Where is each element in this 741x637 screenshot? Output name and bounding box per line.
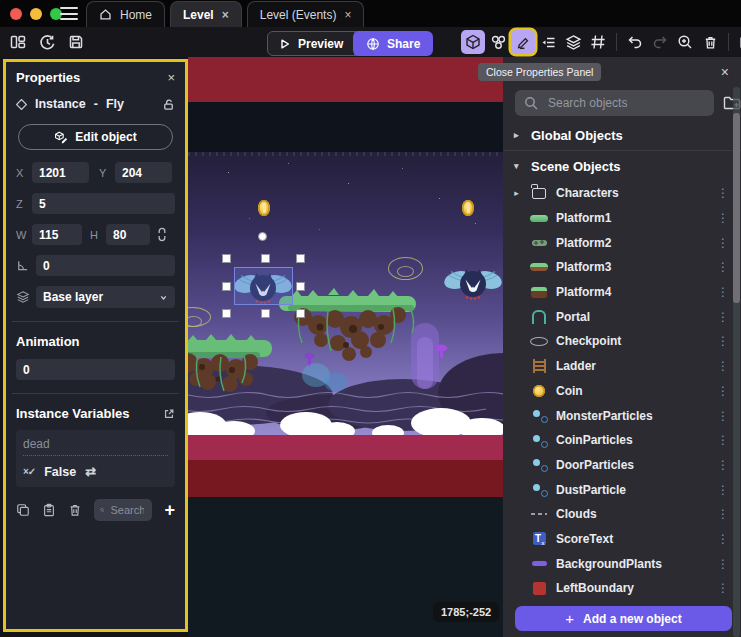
- width-input[interactable]: [32, 224, 82, 245]
- resize-handle-s[interactable]: [261, 309, 270, 318]
- object-thumbnail-icon: [529, 531, 549, 547]
- object-list-item[interactable]: Platform3: [503, 255, 741, 280]
- scene-editor-canvas[interactable]: 1785;-252: [188, 57, 503, 637]
- rotation-handle[interactable]: [258, 232, 267, 241]
- object-list-item[interactable]: Platform4: [503, 280, 741, 305]
- section-scene-objects[interactable]: Scene Objects: [503, 151, 741, 181]
- instances-list-button[interactable]: [536, 30, 560, 54]
- history-icon[interactable]: [38, 33, 56, 51]
- object-thumbnail-icon: [529, 210, 549, 226]
- object-label: DoorParticles: [556, 458, 634, 472]
- object-list-item[interactable]: BackgroundPlants: [503, 551, 741, 576]
- object-list: Characters Platform1 Platform2 Platform3…: [503, 181, 741, 625]
- resize-handle-n[interactable]: [261, 254, 270, 263]
- coin-sprite[interactable]: [258, 200, 270, 216]
- object-list-item[interactable]: Ladder: [503, 354, 741, 379]
- add-new-object-button[interactable]: Add a new object: [515, 606, 732, 631]
- object-list-item[interactable]: MonsterParticles: [503, 403, 741, 428]
- object-label: Platform2: [556, 236, 611, 250]
- delete-variable-icon[interactable]: [68, 503, 82, 517]
- layer-select[interactable]: Base layer: [36, 286, 175, 308]
- open-variables-editor-icon[interactable]: [163, 408, 175, 420]
- object-list-item[interactable]: DoorParticles: [503, 453, 741, 478]
- section-global-objects[interactable]: Global Objects: [503, 120, 741, 151]
- toggle-value-icon[interactable]: [85, 464, 96, 479]
- resize-handle-w[interactable]: [222, 282, 231, 291]
- zoom-in-button[interactable]: [673, 30, 697, 54]
- y-input[interactable]: [115, 162, 172, 183]
- grid-button[interactable]: [586, 30, 610, 54]
- tab-level[interactable]: Level: [170, 1, 242, 27]
- preview-button[interactable]: Preview: [268, 32, 354, 55]
- variable-row[interactable]: dead ×✓ False: [16, 430, 175, 487]
- object-list-item[interactable]: Clouds: [503, 502, 741, 527]
- object-list-item[interactable]: Platform1: [503, 206, 741, 231]
- object-list-item[interactable]: ScoreText: [503, 527, 741, 552]
- checkpoint-outline[interactable]: [388, 257, 423, 280]
- variable-search[interactable]: [94, 499, 152, 521]
- play-icon: [279, 38, 291, 50]
- object-list-item[interactable]: Coin: [503, 379, 741, 404]
- minimize-window-button[interactable]: [30, 8, 42, 20]
- main-menu-icon[interactable]: [60, 7, 78, 20]
- animation-input[interactable]: [16, 359, 175, 380]
- window-controls: [10, 8, 62, 20]
- tooltip: Close Properties Panel: [478, 63, 601, 81]
- height-input[interactable]: [106, 224, 150, 245]
- redo-button[interactable]: [648, 30, 672, 54]
- object-label: Platform1: [556, 211, 611, 225]
- object-list-item[interactable]: Characters: [503, 181, 741, 206]
- tab-home[interactable]: Home: [86, 1, 165, 27]
- z-input[interactable]: [32, 193, 175, 214]
- link-dimensions-icon[interactable]: [156, 227, 168, 242]
- close-tab-icon[interactable]: [344, 9, 351, 21]
- fly-instance[interactable]: [444, 266, 502, 302]
- tab-level-events[interactable]: Level (Events): [247, 1, 365, 27]
- scene-notes-button[interactable]: [735, 30, 741, 54]
- separator: -: [94, 97, 98, 111]
- angle-input[interactable]: [36, 255, 175, 276]
- delete-button[interactable]: [698, 30, 722, 54]
- object-list-item[interactable]: DustParticle: [503, 477, 741, 502]
- close-window-button[interactable]: [10, 8, 22, 20]
- copy-icon[interactable]: [16, 503, 30, 517]
- resize-handle-nw[interactable]: [222, 254, 231, 263]
- objects-search-input[interactable]: [546, 95, 705, 111]
- layout-panels-icon[interactable]: [9, 33, 27, 51]
- object-list-item[interactable]: LeftBoundary: [503, 576, 741, 601]
- edit-properties-button[interactable]: [511, 30, 535, 54]
- object-list-item[interactable]: CoinParticles: [503, 428, 741, 453]
- close-tab-icon[interactable]: [222, 9, 229, 21]
- close-objects-panel-icon[interactable]: [721, 64, 729, 80]
- object-thumbnail-icon: [529, 358, 549, 374]
- share-label: Share: [387, 37, 420, 51]
- layers-button[interactable]: [561, 30, 585, 54]
- variable-search-input[interactable]: [108, 503, 146, 517]
- unlock-icon[interactable]: [162, 98, 175, 111]
- paste-icon[interactable]: [42, 503, 56, 517]
- add-variable-button[interactable]: [164, 501, 175, 519]
- resize-handle-sw[interactable]: [222, 309, 231, 318]
- selection-rectangle[interactable]: [234, 267, 293, 305]
- scrollbar-thumb[interactable]: [733, 113, 740, 303]
- caret-icon: [511, 188, 522, 198]
- view-3d-button[interactable]: [461, 30, 485, 54]
- undo-button[interactable]: [623, 30, 647, 54]
- resize-handle-se[interactable]: [296, 309, 305, 318]
- share-button[interactable]: Share: [353, 31, 433, 56]
- x-input[interactable]: [32, 162, 89, 183]
- resize-handle-e[interactable]: [296, 282, 305, 291]
- coin-sprite[interactable]: [462, 200, 474, 216]
- object-list-item[interactable]: Portal: [503, 304, 741, 329]
- object-list-item[interactable]: Platform2: [503, 230, 741, 255]
- edit-object-button[interactable]: Edit object: [18, 124, 173, 150]
- resize-handle-ne[interactable]: [296, 254, 305, 263]
- object-thumbnail-icon: [529, 235, 549, 251]
- object-list-item[interactable]: Checkpoint: [503, 329, 741, 354]
- save-icon[interactable]: [67, 33, 85, 51]
- close-properties-icon[interactable]: [167, 70, 175, 85]
- edit-object-icon: [54, 130, 68, 144]
- objects-search[interactable]: [515, 90, 714, 116]
- object-groups-button[interactable]: [486, 30, 510, 54]
- angle-icon: [16, 259, 30, 272]
